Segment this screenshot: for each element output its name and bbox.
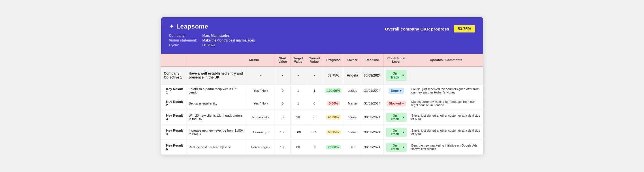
kr-confidence-0: Done ▾ [383,84,409,97]
kr-current-1: 0 [306,97,323,110]
kr-row: Key Result 4 Increase net new revenue fr… [161,125,483,140]
kr-comments-3: Steve: just signed another customer at a… [409,125,483,140]
kr-confidence-badge-1[interactable]: Blocked ▾ [387,101,406,106]
kr-metric-2: Numerical ▾ [247,110,275,125]
col-header-confidence: Confidence Level [383,54,409,66]
kr-confidence-text-2: On Track [388,114,402,121]
kr-confidence-badge-4[interactable]: On Track ▾ [386,143,407,152]
col-header-owner: Owner [344,54,361,66]
kr-comments-4: Ben: the new marketing initiative on Goo… [409,140,483,155]
kr-progress-2: 40.00% [323,110,344,125]
kr-confidence-arrow-2: ▾ [403,116,404,119]
kr-comments-0: Louise: just received the countersigned … [409,84,483,97]
overall-section: Overall company OKR progress 53.75% [385,25,475,32]
kr-current-4: 86 [306,140,323,155]
kr-confidence-badge-0[interactable]: Done ▾ [389,88,404,94]
kr-description-1: Set up a legal entity [186,97,247,110]
kr-row: Key Result 3 Win 20 new clients with hea… [161,110,483,125]
objective-description: Have a well established entry and presen… [186,66,247,84]
metric-dropdown-icon-4[interactable]: ▾ [269,146,270,149]
kr-owner-1: Martin [344,97,361,110]
cycle-value: Q1 2024 [202,43,216,47]
objective-owner: Angela [344,66,361,84]
col-header-name [161,54,186,66]
kr-progress-badge-4: 70.00% [326,145,341,149]
kr-row: Key Result 2 Set up a legal entity Yes /… [161,97,483,110]
objective-row: Company Objective 1 Have a well establis… [161,66,483,84]
objective-confidence-arrow: ▾ [402,73,404,77]
kr-progress-badge-3: 58.75% [326,130,341,134]
kr-confidence-badge-2[interactable]: On Track ▾ [386,113,407,122]
okr-table: Metric Start Value Target Value Current … [161,54,483,155]
logo-text: Leapsome [176,23,208,30]
metric-dropdown-icon-0[interactable]: ▾ [267,89,268,92]
kr-deadline-4: 30/03/2024 [361,140,383,155]
kr-current-0: 1 [306,84,323,97]
kr-confidence-arrow-1: ▾ [402,102,404,105]
overall-label: Overall company OKR progress [385,27,449,31]
objective-metric: - [247,66,275,84]
kr-confidence-text-3: On Track [388,129,402,136]
kr-name-0: Key Result 1 [161,84,186,97]
col-header-current: Current Value [306,54,323,66]
kr-name-4: Key Result 5 [161,140,186,155]
col-header-deadline: Deadline [361,54,383,66]
kr-start-3: 100 [275,125,291,140]
kr-owner-0: Louise [344,84,361,97]
logo-icon: ✦ [169,23,174,30]
objective-current: - [306,66,323,84]
kr-metric-text-4: Percentage [251,145,268,149]
kr-start-2: 0 [275,110,291,125]
kr-confidence-arrow-3: ▾ [403,130,404,134]
kr-metric-4: Percentage ▾ [247,140,275,155]
objective-progress-badge: 53.75% [328,73,339,77]
logo-area: ✦ Leapsome [169,23,214,30]
kr-target-0: 1 [290,84,306,97]
objective-confidence: On Track ▾ [383,66,409,84]
metric-dropdown-icon-1[interactable]: ▾ [267,102,268,105]
kr-confidence-badge-3[interactable]: On Track ▾ [386,128,407,137]
kr-owner-4: Ben [344,140,361,155]
kr-progress-3: 58.75% [323,125,344,140]
kr-progress-0: 100.00% [323,84,344,97]
main-container: ✦ Leapsome Company: Mars Marmalades Visi… [161,17,483,155]
objective-deadline: 30/03/2024 [361,66,383,84]
col-header-progress: Progress [323,54,344,66]
kr-metric-text-1: Yes / No [253,102,266,105]
kr-progress-badge-1: 0.00% [327,101,340,106]
metric-dropdown-icon-3[interactable]: ▾ [267,131,269,134]
cycle-label: Cycle: [169,43,200,47]
kr-deadline-2: 30/03/2024 [361,110,383,125]
kr-metric-text-0: Yes / No [253,89,266,92]
kr-target-4: 80 [290,140,306,155]
kr-name-1: Key Result 2 [161,97,186,110]
kr-confidence-text-0: Done [391,89,399,92]
kr-target-3: 500 [290,125,306,140]
kr-progress-badge-0: 100.00% [325,88,342,93]
col-header-objective [186,54,247,66]
kr-start-4: 100 [275,140,291,155]
kr-confidence-3: On Track ▾ [383,125,409,140]
kr-owner-3: Steve [344,125,361,140]
objective-start: - [275,66,291,84]
kr-confidence-arrow-0: ▾ [400,89,402,93]
kr-name-3: Key Result 4 [161,125,186,140]
metric-dropdown-icon-2[interactable]: ▾ [268,116,269,119]
kr-metric-3: Currency ▾ [247,125,275,140]
kr-current-2: 8 [306,110,323,125]
objective-progress: 53.75% [323,66,344,84]
kr-confidence-1: Blocked ▾ [383,97,409,110]
table-wrap: Metric Start Value Target Value Current … [161,54,483,155]
col-header-comments: Updates / Comments [409,54,483,66]
kr-metric-0: Yes / No ▾ [247,84,275,97]
objective-name: Company Objective 1 [161,66,186,84]
kr-row: Key Result 1 Establish a partnership wit… [161,84,483,97]
kr-progress-1: 0.00% [323,97,344,110]
kr-deadline-1: 31/01/2024 [361,97,383,110]
kr-comments-1: Martin: currently waiting for feedback f… [409,97,483,110]
header: ✦ Leapsome Company: Mars Marmalades Visi… [161,17,483,54]
kr-description-2: Win 20 new clients with headquarters in … [186,110,247,125]
kr-progress-4: 70.00% [323,140,344,155]
objective-comments [409,66,483,84]
objective-confidence-badge[interactable]: On Track ▾ [386,70,407,81]
